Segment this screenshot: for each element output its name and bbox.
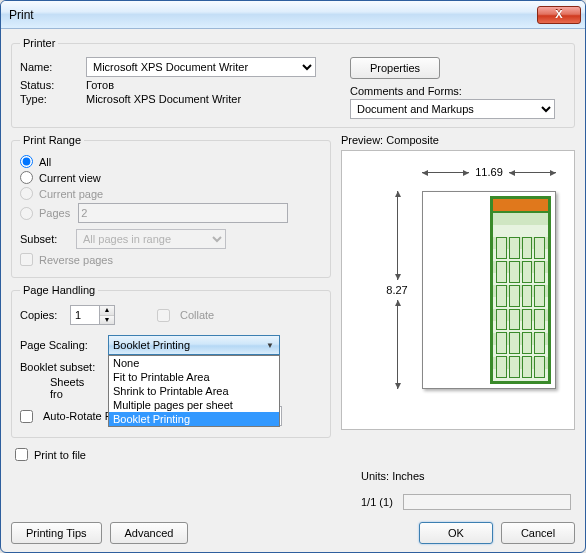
printer-status-value: Готов bbox=[86, 79, 114, 91]
cancel-button[interactable]: Cancel bbox=[501, 522, 575, 544]
advanced-button[interactable]: Advanced bbox=[110, 522, 189, 544]
range-all-radio[interactable] bbox=[20, 155, 33, 168]
range-pages-label: Pages bbox=[39, 207, 70, 219]
reverse-pages-check bbox=[20, 253, 33, 266]
printer-name-select[interactable]: Microsoft XPS Document Writer bbox=[86, 57, 316, 77]
printer-type-label: Type: bbox=[20, 93, 80, 105]
range-pages-radio bbox=[20, 207, 33, 220]
close-button[interactable]: X bbox=[537, 6, 581, 24]
preview-panel: 11.69 8.27 bbox=[341, 150, 575, 430]
collate-label: Collate bbox=[180, 309, 214, 321]
reverse-pages-label: Reverse pages bbox=[39, 254, 113, 266]
preview-content-thumbnail bbox=[490, 196, 551, 384]
comments-label: Comments and Forms: bbox=[350, 85, 566, 97]
print-dialog: Print X Printer Name: Microsoft XPS Docu… bbox=[0, 0, 586, 553]
page-handling-group: Page Handling Copies: ▲ ▼ Collate bbox=[11, 284, 331, 438]
print-to-file-check[interactable] bbox=[15, 448, 28, 461]
copies-down-icon[interactable]: ▼ bbox=[100, 316, 114, 325]
chevron-down-icon: ▼ bbox=[263, 341, 277, 350]
scaling-option-none[interactable]: None bbox=[109, 356, 279, 370]
autorotate-check[interactable] bbox=[20, 410, 33, 423]
printer-type-value: Microsoft XPS Document Writer bbox=[86, 93, 241, 105]
units-label: Units: Inches bbox=[361, 470, 571, 482]
printer-legend: Printer bbox=[20, 37, 58, 49]
range-currentview-radio[interactable] bbox=[20, 171, 33, 184]
scaling-option-shrink[interactable]: Shrink to Printable Area bbox=[109, 384, 279, 398]
booklet-subset-label: Booklet subset: bbox=[20, 361, 112, 373]
ok-button[interactable]: OK bbox=[419, 522, 493, 544]
range-currentpage-radio bbox=[20, 187, 33, 200]
handling-legend: Page Handling bbox=[20, 284, 98, 296]
preview-page bbox=[422, 191, 556, 389]
range-legend: Print Range bbox=[20, 134, 84, 146]
printer-name-label: Name: bbox=[20, 61, 80, 73]
range-currentpage-label: Current page bbox=[39, 188, 103, 200]
comments-select[interactable]: Document and Markups bbox=[350, 99, 555, 119]
range-all-label: All bbox=[39, 156, 51, 168]
scaling-label: Page Scaling: bbox=[20, 339, 102, 351]
window-title: Print bbox=[9, 8, 537, 22]
page-info: 1/1 (1) bbox=[361, 496, 393, 508]
printing-tips-button[interactable]: Printing Tips bbox=[11, 522, 102, 544]
page-scaling-select[interactable]: Booklet Printing ▼ bbox=[108, 335, 280, 355]
subset-select: All pages in range bbox=[76, 229, 226, 249]
preview-height-dim: 8.27 bbox=[382, 191, 412, 389]
scaling-option-fit[interactable]: Fit to Printable Area bbox=[109, 370, 279, 384]
scaling-value: Booklet Printing bbox=[113, 339, 190, 351]
copies-label: Copies: bbox=[20, 309, 64, 321]
scaling-option-multiple[interactable]: Multiple pages per sheet bbox=[109, 398, 279, 412]
sheets-from-label: Sheets fro bbox=[20, 376, 92, 400]
scaling-dropdown-list: None Fit to Printable Area Shrink to Pri… bbox=[108, 355, 280, 427]
printer-status-label: Status: bbox=[20, 79, 80, 91]
preview-progress bbox=[403, 494, 571, 510]
scaling-option-booklet[interactable]: Booklet Printing bbox=[109, 412, 279, 426]
subset-label: Subset: bbox=[20, 233, 70, 245]
copies-input[interactable] bbox=[71, 306, 99, 324]
collate-check bbox=[157, 309, 170, 322]
range-currentview-label: Current view bbox=[39, 172, 101, 184]
printer-group: Printer Name: Microsoft XPS Document Wri… bbox=[11, 37, 575, 128]
properties-button[interactable]: Properties bbox=[350, 57, 440, 79]
print-to-file-label: Print to file bbox=[34, 449, 86, 461]
preview-height-value: 8.27 bbox=[386, 280, 407, 300]
close-icon: X bbox=[555, 8, 562, 20]
print-range-group: Print Range All Current view Current pag… bbox=[11, 134, 331, 278]
preview-label: Preview: Composite bbox=[341, 134, 575, 146]
preview-width-dim: 11.69 bbox=[422, 165, 556, 179]
copies-stepper[interactable]: ▲ ▼ bbox=[70, 305, 115, 325]
range-pages-input bbox=[78, 203, 288, 223]
preview-width-value: 11.69 bbox=[469, 166, 509, 178]
copies-up-icon[interactable]: ▲ bbox=[100, 306, 114, 316]
titlebar: Print X bbox=[1, 1, 585, 29]
